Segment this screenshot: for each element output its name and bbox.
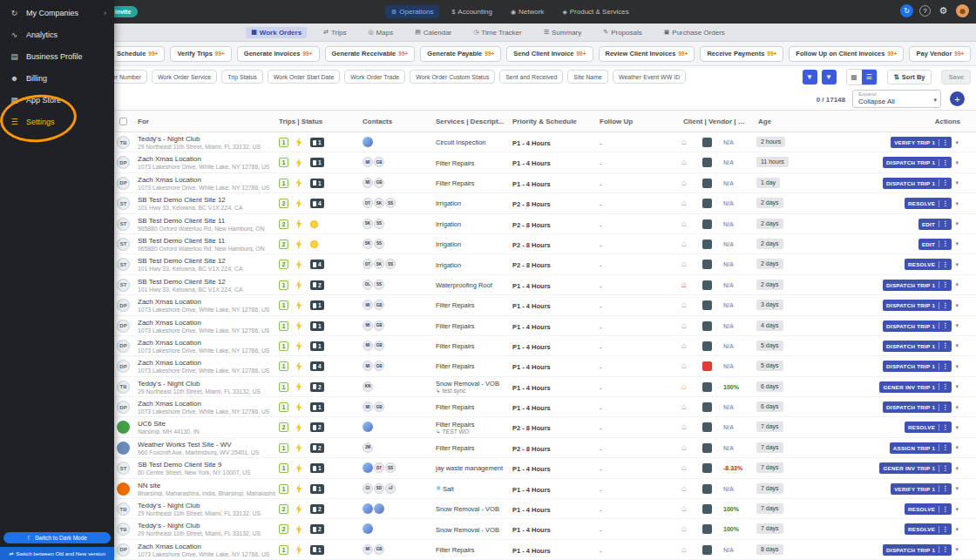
table-row[interactable]: ST SB Test Demo Client Site 12 101 Hwy 3… xyxy=(0,193,976,213)
action-button[interactable]: EDIT⋮ xyxy=(918,239,952,250)
module-tab-maps[interactable]: ◎Maps xyxy=(363,27,398,38)
pipeline-stage[interactable]: Review Client Invoices99+ xyxy=(599,46,695,62)
pipeline-stage[interactable]: Schedule99+ xyxy=(110,46,165,62)
filter-chip[interactable]: Work Order Service xyxy=(152,70,217,84)
vendor-icon[interactable] xyxy=(702,545,712,555)
save-button[interactable]: Save xyxy=(941,70,971,84)
site-name[interactable]: SB Test Demo Client Site 11 xyxy=(138,237,275,245)
module-tab-trips[interactable]: ⇄Trips xyxy=(318,27,351,38)
site-name[interactable]: Zach Xmas Location xyxy=(138,319,275,327)
more-icon[interactable]: ⋮ xyxy=(939,424,948,431)
client-icon[interactable]: ⌂ xyxy=(681,219,687,228)
column-header-for[interactable]: For xyxy=(138,118,149,125)
filter-chip[interactable]: Trip Status xyxy=(221,70,263,84)
action-dropdown-caret-icon[interactable]: ▾ xyxy=(955,546,959,553)
vendor-icon[interactable] xyxy=(702,240,712,249)
action-dropdown-caret-icon[interactable]: ▾ xyxy=(955,302,959,309)
more-icon[interactable]: ⋮ xyxy=(939,322,948,329)
more-icon[interactable]: ⋮ xyxy=(939,159,948,166)
vendor-icon[interactable] xyxy=(702,321,712,331)
action-button[interactable]: EDIT⋮ xyxy=(918,219,952,230)
more-icon[interactable]: ⋮ xyxy=(939,240,948,247)
table-row[interactable]: TB Teddy's - Night Club 29 Northeast 11t… xyxy=(0,377,976,397)
action-dropdown-caret-icon[interactable]: ▾ xyxy=(955,322,959,329)
site-name[interactable]: Teddy's - Night Club xyxy=(138,135,275,143)
action-button[interactable]: DISPATCH TRIP 1⋮ xyxy=(883,544,952,556)
table-row[interactable]: ST SB Test Demo Client Site 12 101 Hwy 3… xyxy=(0,275,976,295)
action-button[interactable]: DISPATCH TRIP 1⋮ xyxy=(883,300,952,311)
client-icon[interactable]: ⌂ xyxy=(681,544,687,554)
action-button[interactable]: VERIFY TRIP 1⋮ xyxy=(891,137,952,148)
table-row[interactable]: NN site Bharsingi, Maharashtra, India, B… xyxy=(0,479,976,499)
more-icon[interactable]: ⋮ xyxy=(939,506,948,513)
pipeline-stage[interactable]: Follow Up on Client Invoices99+ xyxy=(789,46,904,62)
vendor-icon[interactable] xyxy=(702,484,712,494)
version-switch-button[interactable]: ⇄Switch between Old and New version xyxy=(0,547,114,560)
more-icon[interactable]: ⋮ xyxy=(939,261,948,268)
more-icon[interactable]: ⋮ xyxy=(939,404,948,411)
vendor-icon[interactable] xyxy=(702,524,712,534)
filter-chip[interactable]: Work Order Trade xyxy=(344,70,405,84)
action-dropdown-caret-icon[interactable]: ▾ xyxy=(955,220,959,227)
table-row[interactable]: ST SB Test Demo Client Site 11 965880 Ox… xyxy=(0,234,976,254)
client-icon[interactable]: ⌂ xyxy=(681,462,687,472)
action-dropdown-caret-icon[interactable]: ▾ xyxy=(955,526,959,533)
action-button[interactable]: GENER INV TRIP 1⋮ xyxy=(879,462,952,474)
site-name[interactable]: Zach Xmas Location xyxy=(138,155,275,163)
sort-by-button[interactable]: ⇅Sort By xyxy=(887,70,932,84)
action-button[interactable]: DISPATCH TRIP 1⋮ xyxy=(883,280,952,291)
site-name[interactable]: Weather Works Test Site - WV xyxy=(138,441,275,449)
select-all-checkbox[interactable] xyxy=(119,118,127,125)
more-icon[interactable]: ⋮ xyxy=(939,342,948,349)
sidebar-item-my-companies[interactable]: ↻My Companies› xyxy=(0,2,114,24)
vendor-icon[interactable] xyxy=(702,219,712,229)
table-row[interactable]: Weather Works Test Site - WV 960 Foxcrof… xyxy=(0,438,976,458)
site-name[interactable]: Zach Xmas Location xyxy=(138,176,275,184)
filter-chip[interactable]: Work Order Custom Status xyxy=(410,70,495,84)
table-row[interactable]: DP Zach Xmas Location 1073 Lakeshore Dri… xyxy=(0,397,976,417)
action-dropdown-caret-icon[interactable]: ▾ xyxy=(955,342,959,349)
more-icon[interactable]: ⋮ xyxy=(939,281,948,288)
column-header-services[interactable]: Services | Descript... xyxy=(436,118,507,125)
module-tab-work-orders[interactable]: ▦Work Orders xyxy=(246,27,307,38)
more-icon[interactable]: ⋮ xyxy=(939,485,948,492)
client-icon[interactable]: ⌂ xyxy=(681,280,687,289)
site-name[interactable]: SB Test Demo Client Site 9 xyxy=(138,461,275,469)
site-name[interactable]: Teddy's - Night Club xyxy=(138,380,275,388)
module-tab-summary[interactable]: ☰Summary xyxy=(539,27,587,38)
vendor-icon[interactable] xyxy=(702,158,712,167)
vendor-icon[interactable] xyxy=(702,179,712,188)
action-dropdown-caret-icon[interactable]: ▾ xyxy=(955,444,959,451)
filter-chip[interactable]: Work Order Start Date xyxy=(268,70,341,84)
more-icon[interactable]: ⋮ xyxy=(939,200,948,207)
sidebar-item-analytics[interactable]: ∿Analytics xyxy=(0,24,114,45)
vendor-icon[interactable] xyxy=(702,463,712,473)
add-work-order-button[interactable]: + xyxy=(950,91,965,106)
action-dropdown-caret-icon[interactable]: ▾ xyxy=(955,179,959,186)
user-avatar[interactable]: ☻ xyxy=(956,4,969,17)
action-button[interactable]: RESOLVE⋮ xyxy=(905,259,952,270)
more-icon[interactable]: ⋮ xyxy=(939,220,948,227)
dark-mode-button[interactable]: ☾Switch to Dark Mode xyxy=(3,532,111,543)
action-dropdown-caret-icon[interactable]: ▾ xyxy=(955,200,959,207)
action-button[interactable]: DISPATCH TRIP 1⋮ xyxy=(883,178,952,189)
column-header-contacts[interactable]: Contacts xyxy=(363,118,392,125)
sidebar-item-settings[interactable]: ☰Settings xyxy=(0,111,114,132)
action-button[interactable]: RESOLVE⋮ xyxy=(905,198,952,209)
expand-collapse-dropdown[interactable]: Expand Collapse All ▾ xyxy=(852,90,941,108)
action-button[interactable]: VERIFY TRIP 1⋮ xyxy=(891,483,952,495)
site-name[interactable]: Teddy's - Night Club xyxy=(138,522,275,530)
client-icon[interactable]: ⌂ xyxy=(681,137,687,146)
nav-tab-network[interactable]: ◉Network xyxy=(505,5,550,18)
client-icon[interactable]: ⌂ xyxy=(681,341,687,350)
action-dropdown-caret-icon[interactable]: ▾ xyxy=(955,465,959,472)
table-row[interactable]: ST SB Test Demo Client Site 9 60 Centre … xyxy=(0,458,976,478)
more-icon[interactable]: ⋮ xyxy=(939,363,948,370)
list-view-icon[interactable]: ☰ xyxy=(862,70,877,84)
site-name[interactable]: Zach Xmas Location xyxy=(138,298,275,306)
client-icon[interactable]: ⌂ xyxy=(681,239,687,248)
nav-tab-products[interactable]: ◈Product & Services xyxy=(556,5,634,18)
module-tab-purchase-orders[interactable]: ▣Purchase Orders xyxy=(659,27,730,38)
pipeline-stage[interactable]: Generate Receivable99+ xyxy=(325,46,416,62)
more-icon[interactable]: ⋮ xyxy=(939,546,948,553)
